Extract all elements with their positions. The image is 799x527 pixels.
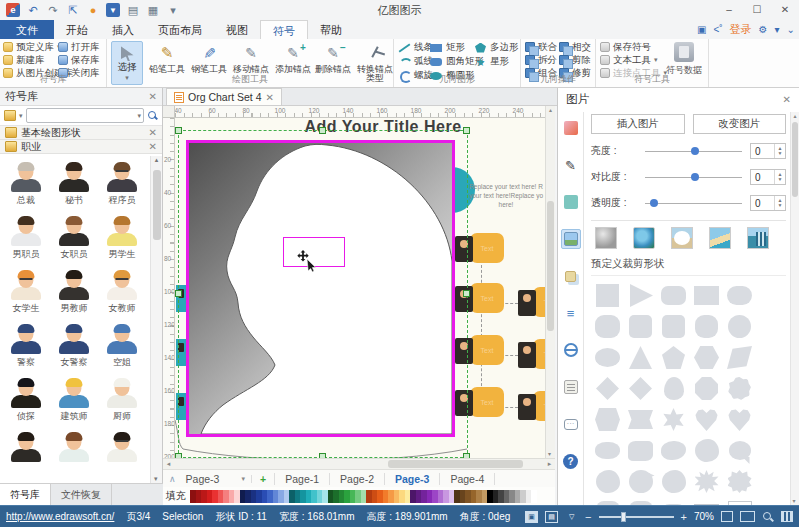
normal-view-icon[interactable]: ▣ <box>525 511 538 523</box>
crop-shape-cloud[interactable] <box>657 435 690 466</box>
symbol-女警察[interactable]: 女警察 <box>50 320 98 374</box>
minimize-button[interactable]: – <box>715 0 743 18</box>
crop-shape-square[interactable] <box>591 280 624 311</box>
menu-tab-文件[interactable]: 文件 <box>0 20 54 39</box>
dropdown-arrow-icon[interactable]: ▾ <box>775 24 780 35</box>
crop-shape-heart2[interactable] <box>723 404 756 435</box>
scroll-down-icon[interactable]: ▾ <box>548 450 551 457</box>
crop-shape-roundsq2[interactable] <box>657 311 690 342</box>
crop-shape-quatrefoil[interactable] <box>690 311 723 342</box>
org-chart-node[interactable]: Text <box>518 339 545 369</box>
crop-shape-diamond2[interactable] <box>624 373 657 404</box>
org-chart-node[interactable]: Text <box>455 283 504 313</box>
symbol-女教师[interactable]: 女教师 <box>98 266 146 320</box>
sidebar-section-基本绘图形状[interactable]: 基本绘图形状✕ <box>0 126 162 140</box>
close-icon[interactable]: ✕ <box>149 141 157 152</box>
replace-text-block[interactable]: Replace your text here! R your text here… <box>468 182 544 209</box>
crop-shape-roundsq[interactable] <box>624 311 657 342</box>
crop-shape-wavyrect[interactable] <box>624 435 657 466</box>
selected-photo-placeholder[interactable] <box>186 140 455 437</box>
crop-shape-circle[interactable] <box>723 311 756 342</box>
zoom-out-button[interactable]: − <box>585 511 591 523</box>
crop-shape-heart[interactable] <box>690 404 723 435</box>
comment-icon[interactable]: ··· <box>561 414 581 434</box>
shape-tool-线条[interactable]: 线条 <box>398 41 433 54</box>
customize-icon[interactable]: ▾ <box>166 3 180 17</box>
crop-shape-bubble[interactable] <box>723 435 756 466</box>
recent-icon[interactable]: ● <box>86 3 100 17</box>
spinner-arrows[interactable]: ▲▼ <box>774 144 785 158</box>
menu-tab-开始[interactable]: 开始 <box>54 20 100 39</box>
close-icon[interactable]: ✕ <box>149 127 157 138</box>
search-input[interactable]: ▾ <box>26 108 144 123</box>
shape-tool-星形[interactable]: ★星形 <box>474 55 519 68</box>
form-icon[interactable]: ≡ <box>561 303 581 323</box>
shape-tool-弧线[interactable]: 弧线 <box>398 55 433 68</box>
menu-tab-插入[interactable]: 插入 <box>100 20 146 39</box>
crop-shape-pill[interactable] <box>591 435 624 466</box>
style-thumbnail-earth[interactable] <box>633 227 655 249</box>
sidebar-scrollbar[interactable]: ▴▾ <box>150 156 162 483</box>
crop-shape-parallelogram[interactable] <box>723 342 756 373</box>
page-tab-Page-3[interactable]: Page-3 <box>385 473 440 485</box>
symbol-建筑师[interactable]: 建筑师 <box>50 374 98 428</box>
layers-icon[interactable] <box>561 266 581 286</box>
scroll-left-icon[interactable]: ◂ <box>163 459 174 469</box>
magnifier-icon[interactable] <box>762 511 774 523</box>
fit-width-icon[interactable] <box>740 511 755 522</box>
menu-tab-页面布局[interactable]: 页面布局 <box>146 20 214 39</box>
org-chart-node[interactable]: Text <box>455 335 504 365</box>
collapse-ribbon-icon[interactable]: ⌄ <box>787 24 795 35</box>
symbol-data-button[interactable]: 符号数据 <box>662 42 706 77</box>
scroll-down-icon[interactable]: ▾ <box>793 497 796 504</box>
crop-shape-gear[interactable] <box>723 466 756 497</box>
symbol-男学生[interactable]: 男学生 <box>98 212 146 266</box>
clipart-icon[interactable] <box>561 118 581 138</box>
crop-shape-hexagon[interactable] <box>690 342 723 373</box>
canvas-horizontal-scrollbar[interactable]: ◂ ▸ <box>163 458 555 469</box>
slider-track[interactable] <box>645 151 742 152</box>
org-chart-node[interactable]: Text <box>455 387 504 417</box>
page-view-icon[interactable]: ▤ <box>545 511 558 523</box>
library-icon[interactable] <box>4 110 16 121</box>
crop-shape-roundrect-wide[interactable] <box>657 280 690 311</box>
geo-op-相交[interactable]: 相交 <box>559 41 591 53</box>
value-spinner[interactable]: 0▲▼ <box>750 169 786 185</box>
symbol-tool-保存符号[interactable]: 保存符号 <box>600 41 667 53</box>
insert-picture-button[interactable]: 插入图片 <box>591 114 685 134</box>
scrollbar-thumb[interactable] <box>388 460 523 468</box>
presentation-view-icon[interactable]: ▽ <box>565 511 578 523</box>
chevron-down-icon[interactable]: ▾ <box>19 112 23 120</box>
ribbon-item-保存库[interactable]: 保存库 <box>58 54 100 66</box>
symbol-女职员[interactable]: 女职员 <box>50 212 98 266</box>
crop-shape-play[interactable] <box>624 280 657 311</box>
website-link[interactable]: http://www.edrawsoft.cn/ <box>6 511 114 522</box>
window-switch-icon[interactable]: ▦ <box>146 3 160 17</box>
symbol-item[interactable] <box>2 428 50 482</box>
symbol-警察[interactable]: 警察 <box>2 320 50 374</box>
current-page-name[interactable]: Page-3 <box>182 473 242 485</box>
crop-shape-ribbon[interactable] <box>624 404 657 435</box>
zoom-slider-thumb[interactable] <box>621 512 626 522</box>
crop-shape-flower[interactable] <box>723 373 756 404</box>
org-chart-node[interactable]: Text <box>518 287 545 317</box>
crop-shape-egg[interactable] <box>657 373 690 404</box>
crop-shape-blob2[interactable] <box>591 466 624 497</box>
symbol-厨师[interactable]: 厨师 <box>98 374 146 428</box>
slider-handle[interactable] <box>691 173 699 181</box>
crop-shape-octagon[interactable] <box>690 373 723 404</box>
grid-view-icon[interactable] <box>781 511 793 522</box>
crop-shape-burst[interactable] <box>690 466 723 497</box>
close-button[interactable]: ✕ <box>771 0 799 18</box>
symbol-女学生[interactable]: 女学生 <box>2 266 50 320</box>
value-spinner[interactable]: 0▲▼ <box>750 143 786 159</box>
close-icon[interactable]: ✕ <box>266 92 274 103</box>
geo-op-联合[interactable]: 联合 <box>525 41 557 53</box>
style-thumbnail-beach[interactable] <box>709 227 731 249</box>
crop-shape-diamond[interactable] <box>591 373 624 404</box>
symbol-item[interactable] <box>50 428 98 482</box>
panel-scrollbar[interactable]: ▴▾ <box>790 112 799 505</box>
sidebar-tab-文件恢复[interactable]: 文件恢复 <box>51 484 112 505</box>
picture-icon[interactable] <box>561 229 581 249</box>
shape-tool-多边形[interactable]: 多边形 <box>474 41 519 54</box>
